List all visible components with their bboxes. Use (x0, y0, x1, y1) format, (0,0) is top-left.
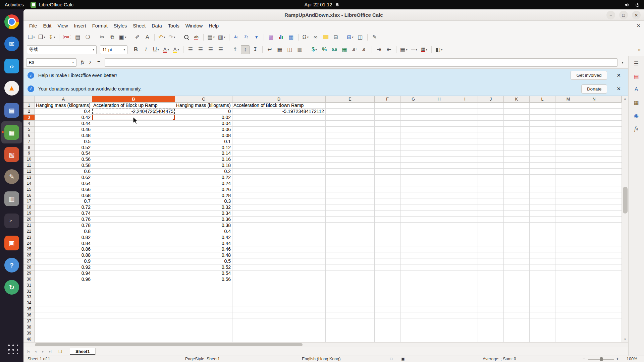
cell-D36[interactable] (232, 312, 326, 318)
cell-M15[interactable] (555, 186, 581, 192)
cell-D5[interactable] (232, 127, 326, 133)
cell-C2[interactable]: 0 (175, 109, 232, 115)
zoom-in-button[interactable]: + (616, 357, 619, 361)
column-header-J[interactable]: J (478, 96, 504, 103)
close-icon[interactable]: ✕ (616, 72, 621, 78)
cell-B5[interactable] (92, 127, 175, 133)
cell-N28[interactable] (581, 264, 607, 270)
cell-M2[interactable] (555, 109, 581, 115)
cell-N38[interactable] (581, 324, 607, 330)
cell-K7[interactable] (504, 138, 530, 144)
cell-I23[interactable] (452, 234, 478, 240)
cell-H7[interactable] (426, 138, 452, 144)
cell-N11[interactable] (581, 163, 607, 169)
cell-F7[interactable] (375, 138, 400, 144)
cell-J25[interactable] (478, 246, 504, 252)
cell-B36[interactable] (92, 312, 175, 318)
cell-C4[interactable]: 0.04 (175, 121, 232, 127)
cell-I5[interactable] (452, 127, 478, 133)
cell-I16[interactable] (452, 192, 478, 198)
cell-I12[interactable] (452, 169, 478, 175)
justified-icon[interactable]: ☰ (216, 45, 225, 54)
cell-A11[interactable]: 0.58 (35, 163, 92, 169)
cell-B10[interactable] (92, 157, 175, 163)
cell-F32[interactable] (375, 288, 400, 294)
cell-I27[interactable] (452, 258, 478, 264)
scroll-up-icon[interactable]: ▲ (622, 97, 628, 100)
cell-C28[interactable]: 0.52 (175, 264, 232, 270)
cell-G9[interactable] (400, 150, 426, 157)
cell-B12[interactable] (92, 169, 175, 175)
cell-N23[interactable] (581, 234, 607, 240)
cell-H39[interactable] (426, 330, 452, 336)
cell-F14[interactable] (375, 180, 400, 186)
cell-I32[interactable] (452, 288, 478, 294)
cell-M33[interactable] (555, 294, 581, 300)
cell-A19[interactable]: 0.74 (35, 210, 92, 217)
cell-B35[interactable] (92, 306, 175, 312)
cell-H9[interactable] (426, 150, 452, 157)
cell-F25[interactable] (375, 246, 400, 252)
undo-icon[interactable]: ↶▾ (157, 33, 166, 42)
cell-D31[interactable] (232, 282, 326, 288)
cell-A25[interactable]: 0.86 (35, 246, 92, 252)
cell-H22[interactable] (426, 228, 452, 234)
cell-D29[interactable] (232, 270, 326, 277)
cell-C3[interactable]: 0.02 (175, 115, 232, 121)
cell-H19[interactable] (426, 210, 452, 217)
cell-D2[interactable]: -5.19723484172112 (232, 109, 326, 115)
close-icon[interactable]: ✕ (616, 86, 621, 92)
cell-A31[interactable] (35, 282, 92, 288)
row-header-6[interactable]: 6 (23, 132, 35, 138)
menu-data[interactable]: Data (149, 22, 165, 30)
dock-show-applications[interactable] (1, 337, 22, 359)
cell-N26[interactable] (581, 252, 607, 258)
cell-I28[interactable] (452, 264, 478, 270)
cell-N31[interactable] (581, 282, 607, 288)
cell-M22[interactable] (555, 228, 581, 234)
cell-M18[interactable] (555, 204, 581, 210)
cell-L18[interactable] (530, 204, 555, 210)
first-sheet-button[interactable]: |◂ (25, 348, 32, 355)
cell-F35[interactable] (375, 306, 400, 312)
cell-J36[interactable] (478, 312, 504, 318)
column-header-M[interactable]: M (555, 96, 581, 103)
cell-M40[interactable] (555, 336, 581, 342)
cell-H2[interactable] (426, 109, 452, 115)
cell-J24[interactable] (478, 240, 504, 246)
menu-insert[interactable]: Insert (71, 22, 89, 30)
cell-M1[interactable] (555, 103, 581, 109)
cell-L5[interactable] (530, 127, 555, 133)
cell-G5[interactable] (400, 127, 426, 133)
cell-F31[interactable] (375, 282, 400, 288)
add-decimal-place-icon[interactable]: .0⁺ (350, 45, 359, 54)
cell-J27[interactable] (478, 258, 504, 264)
cell-J33[interactable] (478, 294, 504, 300)
cell-K39[interactable] (504, 330, 530, 336)
text-language[interactable]: English (Hong Kong) (302, 357, 340, 361)
cell-K10[interactable] (504, 157, 530, 163)
cell-D16[interactable] (232, 192, 326, 198)
cell-L32[interactable] (530, 288, 555, 294)
insert-image-icon[interactable]: ▨ (267, 33, 275, 42)
cell-A37[interactable] (35, 318, 92, 324)
menu-tools[interactable]: Tools (165, 22, 182, 30)
cell-I22[interactable] (452, 228, 478, 234)
cell-H28[interactable] (426, 264, 452, 270)
cell-M5[interactable] (555, 127, 581, 133)
cell-B19[interactable] (92, 210, 175, 217)
properties-deck-icon[interactable]: ▤ (631, 71, 641, 81)
cell-G32[interactable] (400, 288, 426, 294)
cell-C34[interactable] (175, 300, 232, 306)
minimize-button[interactable]: − (606, 11, 615, 19)
row-header-36[interactable]: 36 (23, 312, 35, 318)
cell-H6[interactable] (426, 132, 452, 138)
row-header-14[interactable]: 14 (23, 180, 35, 186)
cell-H34[interactable] (426, 300, 452, 306)
maximize-button[interactable]: □ (619, 11, 628, 19)
row-header-35[interactable]: 35 (23, 306, 35, 312)
cell-N25[interactable] (581, 246, 607, 252)
cell-C16[interactable]: 0.28 (175, 192, 232, 198)
sidebar-settings-icon[interactable]: ☰ (631, 58, 641, 68)
cell-C40[interactable] (175, 336, 232, 342)
